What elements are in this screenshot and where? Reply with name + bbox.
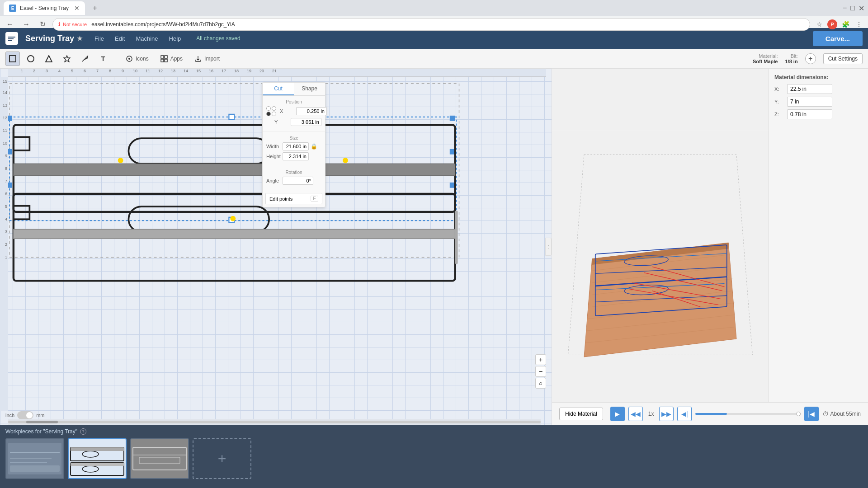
dim-z-input[interactable] (787, 109, 832, 119)
new-tab-btn[interactable]: + (89, 2, 101, 14)
svg-rect-18 (229, 114, 234, 120)
edit-points-btn[interactable]: Edit points E (265, 193, 322, 204)
back-btn[interactable]: ← (4, 18, 16, 31)
pen-tool-btn[interactable] (78, 52, 92, 66)
slider-end-marker[interactable] (796, 412, 801, 416)
more-options-btn[interactable]: ⋮ (545, 238, 552, 256)
svg-rect-26 (14, 137, 30, 150)
carve-button[interactable]: Carve... (813, 31, 863, 46)
svg-rect-12 (165, 59, 167, 62)
extensions-btn[interactable]: 🧩 (840, 19, 851, 30)
tab-favicon: E (9, 5, 16, 12)
workpieces-info-icon[interactable]: ? (80, 428, 86, 435)
import-tool-btn[interactable]: Import (190, 52, 224, 66)
angle-label: Angle (266, 178, 281, 183)
end-btn[interactable]: |◀ (804, 407, 819, 421)
minimize-btn[interactable]: − (843, 4, 847, 12)
workpiece-3-thumb[interactable] (130, 438, 189, 479)
nav-file[interactable]: File (90, 33, 108, 44)
svg-point-70 (82, 466, 99, 472)
scrollbar-thumb[interactable] (26, 421, 58, 423)
active-tab[interactable]: E Easel - Serving Tray ✕ (4, 1, 85, 15)
address-bar[interactable]: ℹ Not secure easel.inventables.com/proje… (52, 18, 810, 31)
svg-point-8 (128, 58, 130, 60)
nav-machine[interactable]: Machine (131, 33, 162, 44)
play-btn[interactable]: ▶ (610, 407, 625, 421)
anchor-grid[interactable] (266, 106, 276, 116)
apps-label: Apps (170, 56, 183, 62)
profile-btn[interactable]: P (827, 19, 837, 29)
zoom-in-btn[interactable]: + (535, 354, 546, 365)
units-switch[interactable] (17, 411, 33, 419)
svg-rect-35 (14, 229, 455, 239)
3d-canvas (552, 69, 769, 425)
tab-title: Easel - Serving Tray (20, 5, 71, 11)
playback-slider[interactable] (695, 413, 800, 415)
anchor-top-right[interactable] (272, 106, 276, 111)
rectangle-tool-btn[interactable] (5, 52, 20, 66)
anchor-bottom-right[interactable] (272, 112, 276, 116)
tab-cut[interactable]: Cut (263, 83, 294, 95)
forward-btn[interactable]: → (20, 18, 33, 31)
y-label: Y (274, 119, 289, 125)
svg-rect-74 (139, 457, 180, 464)
app-header: Serving Tray ★ File Edit Machine Help Al… (0, 28, 868, 49)
icons-tool-btn[interactable]: Icons (122, 52, 153, 66)
dim-y-input[interactable] (787, 97, 832, 107)
restore-btn[interactable]: □ (850, 4, 855, 12)
position-title: Position (266, 99, 321, 104)
url-display: easel.inventables.com/projects/WW-bd2i4M… (91, 21, 235, 28)
anchor-top-left[interactable] (266, 106, 271, 111)
add-bit-btn[interactable]: + (805, 53, 816, 64)
menu-btn[interactable]: ⋮ (854, 19, 864, 30)
tab-close-btn[interactable]: ✕ (74, 5, 80, 12)
bookmark-star-btn[interactable]: ☆ (814, 19, 825, 30)
horizontal-scrollbar[interactable] (8, 419, 541, 425)
bit-label: Bit: (791, 53, 798, 59)
x-input[interactable] (296, 107, 327, 115)
triangle-tool-btn[interactable] (42, 52, 56, 66)
dim-x-input[interactable] (787, 84, 832, 94)
zoom-out-btn[interactable]: − (535, 366, 546, 377)
size-height-row: Height (266, 152, 321, 160)
anchor-bottom-left[interactable] (266, 112, 271, 116)
reload-btn[interactable]: ↻ (36, 18, 49, 31)
add-workpiece-btn[interactable]: + (193, 438, 251, 479)
zoom-fit-btn[interactable]: ⌂ (535, 378, 546, 389)
favorite-star-icon[interactable]: ★ (77, 35, 83, 42)
width-input[interactable] (283, 142, 309, 150)
svg-rect-2 (8, 40, 12, 41)
circle-tool-btn[interactable] (24, 52, 38, 66)
workpiece-2-thumb[interactable] (68, 438, 127, 479)
prev-frame-btn[interactable]: ◀◀ (628, 407, 643, 421)
star-tool-btn[interactable] (60, 52, 74, 66)
width-label: Width (266, 144, 281, 149)
svg-point-67 (82, 451, 99, 457)
svg-rect-65 (10, 465, 60, 472)
canvas-area[interactable]: ruler ticks 1 2 3 4 5 6 7 8 9 10 11 12 (0, 69, 552, 425)
apps-tool-btn[interactable]: Apps (156, 52, 187, 66)
nav-help[interactable]: Help (165, 33, 186, 44)
cut-settings-btn[interactable]: Cut Settings (823, 53, 863, 64)
workpiece-1-thumb[interactable] (5, 438, 64, 479)
close-btn[interactable]: ✕ (859, 4, 864, 13)
next-frame-btn[interactable]: ▶▶ (659, 407, 674, 421)
app-title-text: Serving Tray (25, 34, 74, 43)
svg-rect-11 (161, 59, 164, 62)
last-frame-btn[interactable]: ◀| (677, 407, 692, 421)
svg-rect-0 (8, 37, 15, 38)
text-tool-btn[interactable]: T (96, 52, 110, 66)
tab-shape[interactable]: Shape (294, 83, 325, 95)
nav-edit[interactable]: Edit (110, 33, 129, 44)
svg-rect-9 (161, 56, 164, 58)
height-input[interactable] (283, 152, 309, 160)
y-input[interactable] (291, 118, 321, 126)
lock-icon[interactable]: 🔒 (311, 143, 317, 150)
angle-input[interactable] (283, 177, 313, 185)
tab-bar: E Easel - Serving Tray ✕ + − □ ✕ (0, 0, 868, 16)
clock-icon: ⏱ (822, 410, 829, 418)
zoom-controls: + − ⌂ (535, 354, 546, 389)
workpieces-title: Workpieces for "Serving Tray" ? (5, 428, 863, 435)
hide-material-btn[interactable]: Hide Material (559, 408, 603, 420)
playback-progress (695, 413, 727, 415)
